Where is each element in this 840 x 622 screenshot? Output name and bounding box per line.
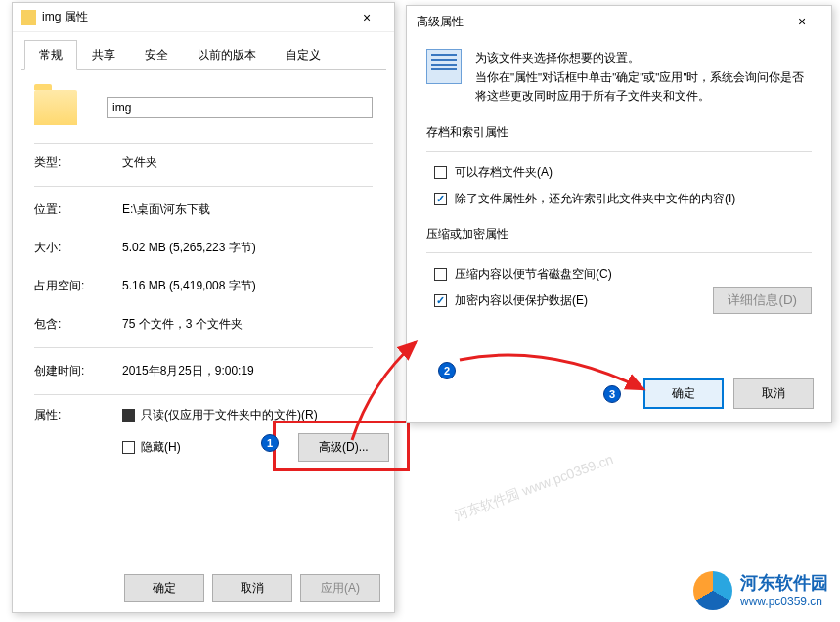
tab-security[interactable]: 安全	[130, 40, 183, 69]
created-value: 2015年8月25日，9:00:19	[122, 363, 254, 379]
attributes-label: 属性:	[34, 407, 122, 423]
adv-description: 为该文件夹选择你想要的设置。 当你在"属性"对话框中单击"确定"或"应用"时，系…	[475, 49, 812, 107]
step-marker-2: 2	[438, 362, 456, 379]
watermark: 河东软件园 www.pc0359.cn	[452, 451, 616, 525]
apply-button[interactable]: 应用(A)	[300, 574, 380, 602]
logo-icon	[693, 571, 732, 610]
folder-large-icon	[34, 90, 77, 125]
archive-checkbox[interactable]	[434, 166, 447, 179]
logo-text-url: www.pc0359.cn	[740, 595, 828, 608]
size-value: 5.02 MB (5,265,223 字节)	[122, 240, 256, 256]
sizeondisk-value: 5.16 MB (5,419,008 字节)	[122, 278, 256, 294]
encrypt-checkbox[interactable]	[434, 294, 447, 307]
location-value: E:\桌面\河东下载	[122, 201, 210, 218]
hidden-checkbox[interactable]	[122, 441, 135, 454]
group-archive: 存档和索引属性	[426, 124, 812, 141]
contains-value: 75 个文件，3 个文件夹	[122, 316, 243, 333]
dialog-title: img 属性	[42, 9, 88, 25]
advanced-button[interactable]: 高级(D)...	[298, 433, 389, 462]
type-label: 类型:	[34, 155, 122, 171]
folder-name-input[interactable]	[107, 97, 373, 118]
settings-list-icon	[426, 49, 462, 84]
site-logo: 河东软件园 www.pc0359.cn	[693, 571, 828, 610]
tab-custom[interactable]: 自定义	[271, 40, 335, 69]
titlebar: img 属性 ×	[13, 3, 394, 32]
step-marker-1: 1	[261, 434, 279, 452]
archive-label: 可以存档文件夹(A)	[455, 164, 553, 181]
adv-cancel-button[interactable]: 取消	[733, 378, 814, 409]
location-label: 位置:	[34, 201, 122, 218]
tab-previous[interactable]: 以前的版本	[183, 40, 271, 69]
contains-label: 包含:	[34, 316, 122, 333]
adv-titlebar: 高级属性 ×	[407, 6, 831, 37]
index-label: 除了文件属性外，还允许索引此文件夹中文件的内容(I)	[455, 191, 735, 207]
adv-ok-button[interactable]: 确定	[643, 378, 724, 409]
cancel-button[interactable]: 取消	[212, 574, 292, 602]
properties-dialog: img 属性 × 常规 共享 安全 以前的版本 自定义 类型:文件夹 位置:E:…	[12, 2, 395, 613]
hidden-label: 隐藏(H)	[141, 439, 181, 456]
folder-icon	[21, 10, 36, 25]
compress-label: 压缩内容以便节省磁盘空间(C)	[455, 266, 612, 283]
group-compress: 压缩或加密属性	[426, 226, 812, 243]
index-checkbox[interactable]	[434, 193, 447, 205]
close-icon[interactable]: ×	[782, 14, 821, 29]
adv-title: 高级属性	[417, 14, 464, 30]
general-content: 类型:文件夹 位置:E:\桌面\河东下载 大小:5.02 MB (5,265,2…	[13, 70, 394, 477]
details-button[interactable]: 详细信息(D)	[713, 287, 812, 314]
readonly-checkbox[interactable]	[122, 409, 135, 422]
compress-checkbox[interactable]	[434, 268, 447, 281]
logo-text-cn: 河东软件园	[740, 573, 828, 595]
sizeondisk-label: 占用空间:	[34, 278, 122, 294]
tab-general[interactable]: 常规	[24, 40, 77, 70]
tabs: 常规 共享 安全 以前的版本 自定义	[21, 40, 386, 70]
step-marker-3: 3	[603, 385, 621, 403]
encrypt-label: 加密内容以便保护数据(E)	[455, 292, 588, 309]
created-label: 创建时间:	[34, 363, 122, 379]
tab-sharing[interactable]: 共享	[77, 40, 130, 69]
type-value: 文件夹	[122, 155, 157, 171]
readonly-label: 只读(仅应用于文件夹中的文件)(R)	[141, 407, 318, 423]
advanced-attributes-dialog: 高级属性 × 为该文件夹选择你想要的设置。 当你在"属性"对话框中单击"确定"或…	[406, 5, 832, 423]
close-icon[interactable]: ×	[347, 10, 386, 25]
size-label: 大小:	[34, 240, 122, 256]
ok-button[interactable]: 确定	[124, 574, 204, 602]
